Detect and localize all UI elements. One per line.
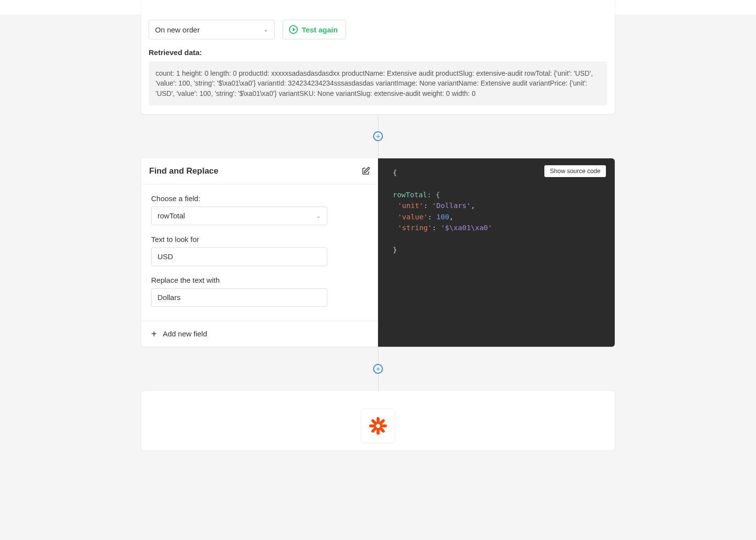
retrieved-data-body: count: 1 height: 0 length: 0 productId: … — [149, 61, 607, 105]
look-for-input-el[interactable] — [158, 252, 321, 261]
trigger-event-value: On new order — [155, 26, 200, 34]
add-step-button[interactable]: + — [373, 364, 383, 374]
replace-with-label: Replace the text with — [151, 276, 368, 284]
svg-rect-3 — [380, 424, 387, 427]
add-step-button[interactable]: + — [373, 131, 383, 141]
code-field: rowTotal: { — [393, 191, 440, 199]
chevron-down-icon: ⌄ — [316, 212, 321, 219]
svg-rect-1 — [377, 428, 379, 435]
code-val-value: 100 — [437, 213, 449, 221]
trigger-event-select[interactable]: On new order ⌄ — [149, 20, 275, 39]
zapier-icon — [368, 416, 388, 436]
code-val-string: '$\xa01\xa0' — [441, 224, 492, 232]
code-key-string: 'string' — [398, 224, 432, 232]
show-source-code-button[interactable]: Show source code — [544, 165, 606, 177]
find-replace-card: Find and Replace Choose a field: rowTota… — [141, 158, 615, 347]
look-for-input[interactable] — [151, 247, 327, 266]
play-circle-icon — [289, 25, 298, 34]
replace-with-input[interactable] — [151, 288, 327, 307]
replace-with-input-el[interactable] — [158, 293, 321, 301]
choose-field-select[interactable]: rowTotal ⌄ — [151, 207, 327, 225]
chevron-down-icon: ⌄ — [263, 26, 268, 33]
svg-rect-2 — [369, 424, 376, 427]
retrieved-data-label: Retrieved data: — [149, 48, 607, 57]
code-line-close: } — [393, 244, 606, 255]
plus-icon: + — [151, 329, 157, 339]
code-val-unit: 'Dollars' — [432, 202, 471, 210]
look-for-label: Text to look for — [151, 235, 368, 243]
action-card — [141, 391, 615, 450]
add-new-field-label: Add new field — [163, 330, 207, 338]
flow-connector: + — [378, 347, 378, 391]
code-preview-panel: Show source code { rowTotal: { 'unit': '… — [378, 158, 615, 347]
add-new-field-button[interactable]: + Add new field — [141, 321, 378, 347]
find-replace-title: Find and Replace — [149, 166, 219, 176]
svg-rect-0 — [377, 417, 379, 424]
flow-connector: + — [378, 114, 378, 158]
code-key-unit: 'unit' — [398, 202, 423, 210]
test-again-label: Test again — [302, 26, 338, 34]
trigger-card: On new order ⌄ Test again Retrieved data… — [141, 0, 615, 114]
choose-field-value: rowTotal — [158, 211, 185, 220]
code-key-value: 'value' — [398, 213, 428, 221]
app-logo-box — [361, 409, 395, 443]
test-again-button[interactable]: Test again — [283, 20, 346, 39]
edit-icon[interactable] — [361, 167, 370, 176]
choose-field-label: Choose a field: — [151, 194, 368, 203]
